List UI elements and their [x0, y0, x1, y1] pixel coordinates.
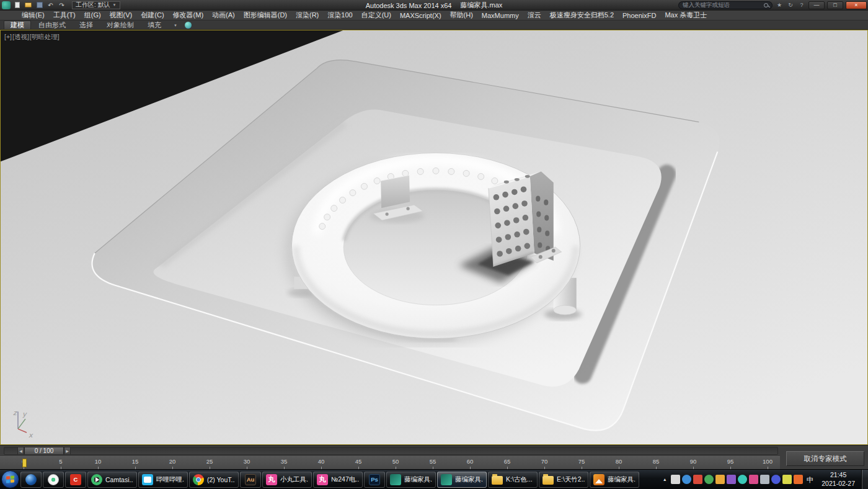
tray-icon-4[interactable] [704, 475, 714, 484]
timeline-tick[interactable]: 5 [55, 458, 67, 466]
taskbar-item-camtasia[interactable]: Camtasi... [87, 472, 137, 488]
timeline-tick[interactable]: 20 [166, 458, 179, 466]
timeline-tick[interactable]: 95 [724, 458, 737, 466]
menu-item[interactable]: Max 杀毒卫士 [660, 11, 711, 20]
3dsmax-app-icon[interactable] [2, 1, 11, 9]
menu-item[interactable]: 图形编辑器(D) [239, 11, 291, 20]
start-button[interactable] [1, 470, 19, 488]
search-input[interactable]: 键入关键字或短语 [678, 1, 773, 9]
timeline-tick[interactable]: 100 [761, 458, 774, 466]
timeline-tick[interactable]: 40 [315, 458, 327, 466]
taskbar-item-image-viewer[interactable]: 藤编家具... [590, 472, 639, 488]
menu-item[interactable]: 工具(T) [49, 11, 80, 20]
close-button[interactable]: × [846, 1, 867, 9]
menu-item[interactable]: 帮助(H) [446, 11, 477, 20]
current-frame-value[interactable]: 0 / 100 [24, 447, 64, 455]
tab-selection[interactable]: 选择 [73, 20, 99, 29]
time-slider-track[interactable] [4, 447, 778, 455]
tray-icon-12[interactable] [794, 475, 803, 484]
previous-frame-button[interactable]: ◀ [17, 447, 24, 455]
timeline-tick[interactable]: 60 [464, 458, 476, 466]
menu-item[interactable]: 组(G) [80, 11, 105, 20]
menu-item[interactable]: 极速瘦身安全归档5.2 [546, 11, 618, 20]
taskbar-item-browser[interactable] [20, 472, 42, 488]
viewport-scene[interactable]: z y x [1, 30, 867, 444]
timeline-tick[interactable]: 10 [92, 458, 104, 466]
tab-freeform[interactable]: 自由形式 [32, 20, 72, 29]
menu-item[interactable]: 自定义(U) [357, 11, 396, 20]
tray-icon-1[interactable] [671, 475, 680, 484]
menu-item[interactable]: 创建(C) [136, 11, 168, 20]
timeline-ruler[interactable]: 0510152025303540455055606570758085909510… [0, 456, 780, 470]
taskbar-item-c[interactable]: C [65, 472, 86, 488]
new-file-button[interactable] [12, 1, 22, 9]
undo-button[interactable]: ↶ [46, 1, 55, 9]
timeline-tick[interactable]: 90 [687, 458, 699, 466]
redo-button[interactable]: ↷ [57, 1, 66, 9]
tray-icon-7[interactable] [738, 475, 747, 484]
viewport-pov-menu[interactable]: [透视] [12, 33, 29, 42]
tab-populate[interactable]: 填充 [141, 20, 167, 29]
taskbar-item-3dsmax-1[interactable]: 藤编家具... [386, 472, 436, 488]
tray-icon-9[interactable] [760, 475, 769, 484]
timeline-tick[interactable]: 30 [241, 458, 253, 466]
timeline-tick[interactable]: 75 [575, 458, 588, 466]
timeline-tick[interactable]: 65 [501, 458, 513, 466]
open-file-button[interactable] [24, 1, 33, 9]
menu-item[interactable]: MAXScript(X) [396, 11, 446, 20]
taskbar-item-photoshop[interactable]: Ps [364, 472, 385, 488]
menu-item[interactable]: 动画(A) [208, 11, 239, 20]
cancel-expert-mode-button[interactable]: 取消专家模式 [786, 451, 864, 466]
viewport-shading-menu[interactable]: [明暗处理] [30, 33, 60, 42]
next-frame-button[interactable]: ▶ [64, 447, 71, 455]
timeline-tick[interactable]: 80 [613, 458, 625, 466]
menu-item[interactable]: PhoenixFD [618, 11, 660, 20]
timeline-tick[interactable]: 35 [278, 458, 290, 466]
refresh-icon[interactable]: ↻ [786, 2, 795, 8]
taskbar-clock[interactable]: 21:45 2021-02-27 [822, 471, 855, 488]
timeline-tick[interactable]: 50 [389, 458, 402, 466]
taskbar-item-audition[interactable]: Au [240, 472, 261, 488]
tray-icon-2[interactable] [682, 475, 691, 484]
menu-item[interactable]: 渲染100 [323, 11, 356, 20]
favorites-icon[interactable]: ★ [775, 2, 784, 8]
time-marker[interactable] [22, 459, 27, 467]
menu-item[interactable]: 渲染(R) [291, 11, 323, 20]
help-icon[interactable]: ? [797, 2, 806, 8]
viewport-general-menu[interactable]: [+] [4, 33, 12, 42]
taskbar-item-folder-e[interactable]: E:\天竹2... [539, 472, 588, 488]
taskbar-item-folder-k[interactable]: K:\古色... [488, 472, 538, 488]
maximize-button[interactable]: □ [827, 1, 843, 9]
timeline-tick[interactable]: 55 [427, 458, 439, 466]
input-method-indicator[interactable]: 中 [805, 475, 815, 485]
taskbar-item-3dsmax-2[interactable]: 藤编家具... [437, 472, 487, 488]
tray-icon-8[interactable] [749, 475, 758, 484]
show-desktop-button[interactable] [861, 470, 868, 489]
timeline-tick[interactable]: 15 [129, 458, 141, 466]
minimize-button[interactable]: — [808, 1, 825, 9]
time-slider[interactable]: ◀ 0 / 100 ▶ [17, 447, 71, 455]
tab-modeling[interactable]: 建模 [4, 20, 31, 29]
menu-item[interactable]: 视图(V) [105, 11, 137, 20]
timeline-tick[interactable]: 70 [538, 458, 551, 466]
taskbar-item-xiaowan-1[interactable]: 丸 小丸工具... [262, 472, 312, 488]
ribbon-dropdown-icon[interactable]: ▼ [169, 24, 180, 29]
taskbar-item-chrome[interactable]: (2) YouT... [189, 472, 239, 488]
timeline-tick[interactable]: 25 [203, 458, 216, 466]
menu-item[interactable]: MaxMummy [477, 11, 523, 20]
menu-item[interactable]: 渲云 [523, 11, 546, 20]
timeline-tick[interactable]: 45 [352, 458, 365, 466]
timeline-tick[interactable]: 85 [650, 458, 662, 466]
save-button[interactable] [35, 1, 44, 9]
show-hidden-icons-button[interactable]: ▲ [660, 477, 669, 482]
viewport-3d[interactable]: z y x [+] [透视] [明暗处理] [0, 30, 868, 445]
tray-icon-6[interactable] [727, 475, 736, 484]
menu-item[interactable]: 编辑(E) [17, 11, 49, 20]
taskbar-item-bilibili[interactable]: 哔哩哔哩... [138, 472, 188, 488]
ribbon-toggle-icon[interactable] [185, 22, 192, 29]
tray-icon-3[interactable] [693, 475, 702, 484]
tray-icon-5[interactable] [715, 475, 725, 484]
tray-icon-10[interactable] [771, 475, 781, 484]
tray-icon-11[interactable] [782, 475, 792, 484]
tab-object-paint[interactable]: 对象绘制 [100, 20, 140, 29]
